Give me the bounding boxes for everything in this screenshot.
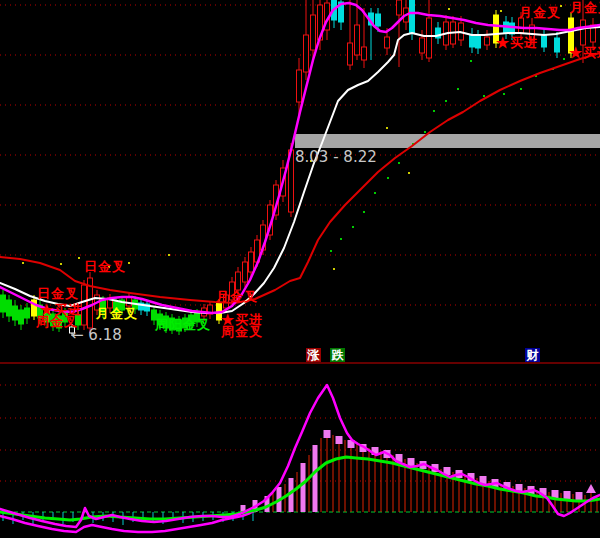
trading-chart-window: 月金叉月金叉★买进★买进日金叉日金叉★买进周金叉月金叉周阳金叉月金叉★买进周金叉…: [0, 0, 600, 538]
ma-fast-magenta: [0, 3, 600, 313]
main-gridlines: [0, 5, 600, 305]
price-band: [295, 134, 600, 148]
indicator-magenta-main: [0, 385, 600, 527]
badge-rise[interactable]: 涨: [306, 348, 321, 362]
pink-triangle-marker: [586, 484, 596, 493]
badge-finance[interactable]: 财: [525, 348, 540, 362]
indicator-gridlines: [0, 385, 600, 481]
kline-chart-canvas[interactable]: [0, 0, 600, 538]
badge-fall[interactable]: 跌: [330, 348, 345, 362]
